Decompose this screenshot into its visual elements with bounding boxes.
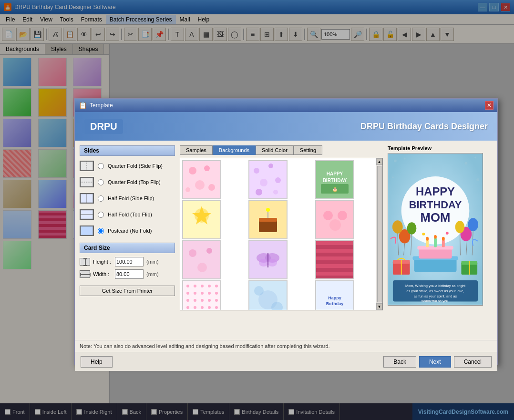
svg-point-44 [329, 219, 341, 231]
scroll-thumb[interactable] [377, 166, 381, 302]
dialog-title: 📋 Template [79, 102, 113, 109]
svg-point-22 [254, 168, 259, 174]
svg-rect-45 [183, 241, 220, 278]
svg-text:HAPPY: HAPPY [326, 171, 343, 176]
svg-point-27 [273, 190, 278, 195]
card-size-label: Card Size [80, 243, 175, 253]
tmpl-item-8[interactable] [248, 240, 288, 279]
svg-point-78 [194, 306, 196, 309]
radio-quarter-side[interactable] [98, 163, 104, 169]
dialog-footer: Help Back Next Cancel [75, 352, 497, 371]
svg-point-74 [201, 299, 204, 302]
radio-half-top[interactable] [98, 212, 104, 218]
height-icon [80, 258, 90, 266]
dialog-header-subtitle: DRPU Birthday Cards Designer [360, 122, 488, 132]
svg-point-67 [186, 292, 189, 295]
svg-point-99 [392, 176, 394, 178]
tmpl-tab-solid-color[interactable]: Solid Color [256, 145, 294, 155]
cancel-button[interactable]: Cancel [454, 356, 492, 368]
radio-postcard[interactable] [98, 228, 104, 234]
svg-point-48 [197, 263, 207, 272]
svg-point-20 [185, 187, 190, 192]
quarter-side-icon [80, 161, 94, 171]
svg-point-77 [186, 306, 189, 309]
template-scrollbar: ▲ ▼ [376, 158, 382, 310]
get-size-printer-button[interactable]: Get Size From Printer [80, 286, 175, 296]
tmpl-item-4[interactable] [182, 200, 221, 239]
half-side-icon [80, 193, 94, 204]
svg-point-80 [208, 306, 211, 309]
height-row: Height : (mm) [80, 257, 175, 266]
tmpl-item-1[interactable] [182, 160, 221, 199]
svg-point-75 [208, 299, 211, 302]
svg-point-47 [206, 248, 212, 254]
svg-point-95 [394, 159, 397, 162]
fold-option-half-top[interactable]: Half Fold (Top Flip) [80, 208, 175, 221]
tmpl-item-9[interactable] [315, 240, 354, 279]
svg-point-76 [215, 299, 218, 302]
fold-option-quarter-side[interactable]: Quarter Fold (Side Flip) [80, 160, 175, 172]
tmpl-item-5[interactable] [248, 200, 288, 239]
scroll-down-button[interactable]: ▼ [376, 303, 382, 310]
quarter-top-icon [80, 177, 94, 187]
preview-title: Template Preview [388, 145, 493, 151]
template-dialog: 📋 Template ✕ DRPU DRPU Birthday Cards De… [74, 98, 498, 365]
width-input[interactable] [115, 269, 144, 279]
svg-point-71 [215, 292, 218, 295]
next-button[interactable]: Next [419, 356, 451, 368]
radio-quarter-top[interactable] [98, 179, 104, 185]
svg-text:🎂: 🎂 [332, 186, 338, 192]
svg-point-53 [267, 259, 277, 266]
fold-option-postcard[interactable]: Postcard (No Fold) [80, 225, 175, 237]
svg-rect-121 [426, 240, 429, 247]
tmpl-tab-samples[interactable]: Samples [180, 145, 213, 155]
scroll-up-button[interactable]: ▲ [376, 158, 382, 165]
svg-point-16 [189, 167, 196, 174]
tmpl-item-12[interactable]: Happy Birthday [315, 280, 354, 310]
tmpl-tab-setting[interactable]: Setting [294, 145, 322, 155]
svg-point-24 [260, 179, 267, 186]
label-quarter-side: Quarter Fold (Side Flip) [108, 163, 163, 169]
svg-rect-59 [316, 264, 353, 268]
half-top-icon [80, 209, 94, 220]
tmpl-tab-backgrounds[interactable]: Backgrounds [213, 145, 256, 155]
svg-point-26 [256, 189, 262, 195]
tmpl-item-2[interactable] [248, 160, 288, 199]
height-input[interactable] [115, 257, 144, 266]
svg-rect-122 [434, 238, 437, 247]
width-unit: (mm) [146, 271, 159, 277]
tmpl-item-10[interactable] [182, 280, 221, 310]
svg-rect-58 [316, 256, 353, 260]
svg-point-134 [446, 232, 449, 235]
tmpl-item-3[interactable]: HAPPY BIRTHDAY 🎂 [315, 160, 354, 199]
svg-text:Birthday: Birthday [326, 301, 343, 306]
svg-point-89 [254, 286, 264, 296]
svg-point-124 [426, 237, 429, 241]
svg-point-107 [392, 220, 403, 234]
svg-point-69 [201, 292, 204, 295]
back-button[interactable]: Back [383, 356, 416, 368]
svg-point-19 [208, 184, 215, 191]
help-button[interactable]: Help [81, 356, 113, 368]
svg-point-42 [323, 211, 333, 220]
radio-half-side[interactable] [98, 195, 104, 202]
svg-point-46 [189, 249, 196, 257]
svg-point-97 [464, 162, 467, 164]
tmpl-item-7[interactable] [182, 240, 221, 279]
tmpl-item-6[interactable] [315, 200, 354, 239]
dialog-close-button[interactable]: ✕ [485, 101, 493, 110]
dialog-body: Sides Quarter Fold (Side Flip) Quarter F… [75, 141, 497, 340]
fold-option-quarter-top[interactable]: Quarter Fold (Top Flip) [80, 176, 175, 188]
svg-rect-15 [183, 161, 220, 198]
svg-rect-38 [259, 218, 277, 222]
dialog-note: Note: You can also do advanced level edi… [75, 340, 497, 352]
svg-point-126 [442, 237, 445, 241]
svg-rect-123 [442, 240, 445, 247]
label-postcard: Postcard (No Fold) [108, 228, 152, 234]
tmpl-item-11[interactable] [248, 280, 288, 310]
label-half-top: Half Fold (Top Flip) [108, 212, 152, 217]
svg-text:BIRTHDAY: BIRTHDAY [409, 199, 462, 211]
sides-label: Sides [80, 145, 175, 156]
preview-section: Template Preview [388, 145, 493, 335]
fold-option-half-side[interactable]: Half Fold (Side Flip) [80, 192, 175, 205]
